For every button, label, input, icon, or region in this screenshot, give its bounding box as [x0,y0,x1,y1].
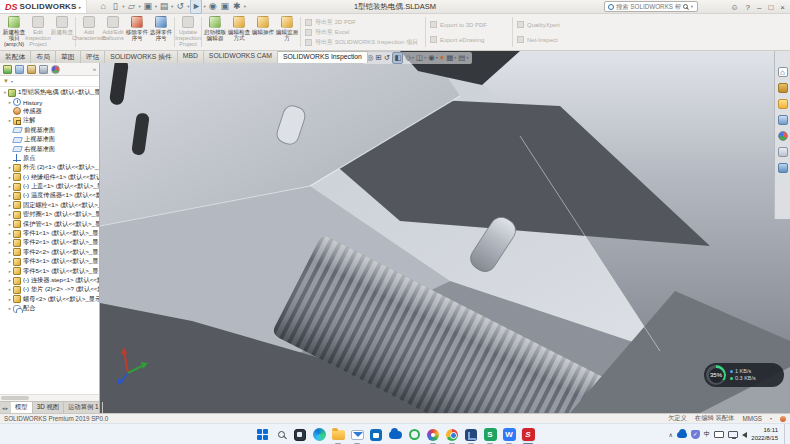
configurationmanager-tab-icon[interactable] [27,65,36,74]
tree-item-component[interactable]: ▸零件2<2> (默认<<默认>_显示状态 [0,248,99,257]
search-box[interactable]: ▾ [604,1,698,12]
section-view-icon[interactable]: ◧ [392,52,403,64]
green-ring-app-button[interactable] [407,428,421,442]
tree-item-component[interactable]: ▸零件3<1> (默认<<默认>_显示状态 [0,257,99,266]
security-shield-icon[interactable]: ✓ [691,430,700,439]
touch-keyboard-icon[interactable] [714,431,724,438]
units-caret-icon[interactable]: ▾ [770,416,772,421]
close-button[interactable]: × [780,3,785,12]
tab-mbd[interactable]: MBD [178,51,204,63]
green-s-app-button[interactable]: S [483,428,497,442]
save-icon[interactable]: ▣ [142,0,154,13]
propertymanager-tab-icon[interactable] [15,65,24,74]
tree-item-component[interactable]: ▸(-) 垫片 (2)<2> ->? (默认<<默认 [0,285,99,294]
tree-item-origin[interactable]: 原点 [0,154,99,163]
tree-item-component[interactable]: ▸(-) 上盖<1> (默认<<默认>_显示状 [0,182,99,191]
select-icon[interactable]: ► [190,0,202,14]
tree-item-component[interactable]: ▸(-) 温度传感器<1> (默认<<默认>_ [0,191,99,200]
tab-sketch[interactable]: 草图 [56,51,81,63]
tree-item-history[interactable]: ▸History [0,97,99,106]
onedrive-tray-icon[interactable] [677,432,687,438]
select-balloons-button[interactable]: 选择零件序号 [149,15,173,49]
help-icon[interactable]: ? [746,3,750,12]
view-settings-icon[interactable]: ▤▾ [458,53,468,63]
chrome-button[interactable] [445,428,459,442]
zoom-to-area-icon[interactable]: ⊞ [376,53,382,63]
print-icon[interactable]: ▤ [158,0,170,13]
zoom-to-fit-icon[interactable]: ◎ [367,53,374,63]
hide-show-items-icon[interactable]: ◉▾ [428,53,438,63]
export-2d-pdf-item[interactable]: 导出至 2D PDF [305,18,421,27]
tree-item-component[interactable]: ▸零件2<1> (默认<<默认>_显示状态 [0,238,99,247]
net-inspect-item[interactable]: Net-Inspect [517,36,583,43]
edit-operation-button[interactable]: 编辑操作 [251,15,275,49]
add-edit-balloons-button[interactable]: Add/Edit Balloons [101,15,125,49]
undo-icon[interactable]: ↺ [174,0,186,13]
tree-horizontal-scrollbar[interactable] [0,394,99,401]
export-excel-item[interactable]: 导出至 Excel [305,28,421,37]
task-view-button[interactable] [293,428,307,442]
tab-addins[interactable]: SOLIDWORKS 插件 [105,51,178,63]
apply-scene-icon[interactable]: ▦▾ [446,53,456,63]
panel-tabs-overflow-icon[interactable]: » [93,66,96,72]
tab-layout[interactable]: 布局 [31,51,56,63]
save-caret-icon[interactable]: ▾ [155,4,157,9]
filter-funnel-icon[interactable]: ▼ [3,77,9,85]
tree-filter-row[interactable]: ▼ ▾ [0,76,99,87]
open-icon[interactable]: ▱ [125,0,137,13]
tab-cam[interactable]: SOLIDWORKS CAM [204,51,278,63]
minimize-button[interactable]: – [757,3,761,12]
tab-assembly[interactable]: 装配体 [0,51,31,63]
tree-item-top-plane[interactable]: 上视基准面 [0,135,99,144]
appearances-scenes-icon[interactable] [778,131,788,141]
hidden-icons-chevron-icon[interactable]: ∧ [668,431,672,438]
rebuild-icon[interactable]: ◉ [207,0,219,13]
graphics-area[interactable]: ◎ ⊞ ↺ ◧ ◇▾ ◫▾ ◉▾ ● ▦▾ ▤▾ 35% 1 KB/s 0.3 … [100,51,790,413]
start-button[interactable] [255,428,269,442]
edge-button[interactable] [312,428,326,442]
volume-icon[interactable] [742,432,747,438]
view-palette-icon[interactable] [778,115,788,125]
restore-button[interactable]: □ [768,3,773,12]
tree-item-component[interactable]: ▸外壳 (2)<1> (默认<<默认>_显示状 [0,163,99,172]
launch-template-editor-button[interactable]: 启动模板编辑器 [203,15,227,49]
model-3d-view[interactable] [100,51,790,413]
edit-inspection-method-button[interactable]: 编辑检查方式 [227,15,251,49]
units-selector[interactable]: MMGS [742,415,762,422]
export-inspection-project-item[interactable]: 导出至 SOLIDWORKS Inspection 项目 [305,38,421,47]
tree-item-front-plane[interactable]: 前视基准面 [0,126,99,135]
new-inspection-button[interactable]: 新建检查 [50,15,74,49]
edit-measurement-button[interactable]: 编辑监测方 [275,15,299,49]
undo-caret-icon[interactable]: ▾ [187,4,189,9]
export-edrawing-item[interactable]: Export eDrawing [430,36,508,43]
file-properties-icon[interactable]: ▣ [219,0,231,13]
onedrive-button[interactable] [388,428,402,442]
tree-item-root[interactable]: ▾1型铠装热电偶 (默认<默认_显示状态-1 [0,88,99,97]
mail-button[interactable] [350,428,364,442]
tree-item-mates[interactable]: ▸配合 [0,304,99,313]
search-icon[interactable] [683,4,688,9]
display-cast-icon[interactable] [728,431,738,438]
search-caret-icon[interactable]: ▾ [691,4,693,9]
motion-study-tab[interactable]: 运动算例 1 [64,402,103,413]
new-caret-icon[interactable]: ▾ [122,4,124,9]
remove-balloons-button[interactable]: 移除零件序号 [125,15,149,49]
view-orientation-icon[interactable]: ◇▾ [405,53,414,63]
tree-item-component[interactable]: ▸保护管<1> (默认<<默认>_显示状 [0,219,99,228]
dimxpert-tab-icon[interactable] [39,65,48,74]
tab-inspection[interactable]: SOLIDWORKS Inspection [278,51,368,63]
tree-item-component[interactable]: ▸(-) 连接器.step<1> (默认<<默认> [0,276,99,285]
design-library-icon[interactable] [778,83,788,93]
tree-item-component[interactable]: ▸密封圈<1> (默认<<默认>_显示状 [0,210,99,219]
ime-indicator[interactable]: 中 [704,430,711,439]
print-caret-icon[interactable]: ▾ [171,4,173,9]
tree-item-annotations[interactable]: ▸注解 [0,116,99,125]
add-characteristic-button[interactable]: Add Characteristic [77,15,101,49]
filter-caret-icon[interactable]: ▾ [11,79,13,84]
search-input[interactable] [616,3,681,10]
scrollbar-thumb[interactable] [1,396,29,400]
clock[interactable]: 16:11 2022/8/15 [751,427,778,442]
tree-item-component[interactable]: ▸螺母<2> (默认<<默认>_显示状态 [0,295,99,304]
solidworks-forum-icon[interactable] [778,163,788,173]
tab-evaluate[interactable]: 评估 [81,51,106,63]
